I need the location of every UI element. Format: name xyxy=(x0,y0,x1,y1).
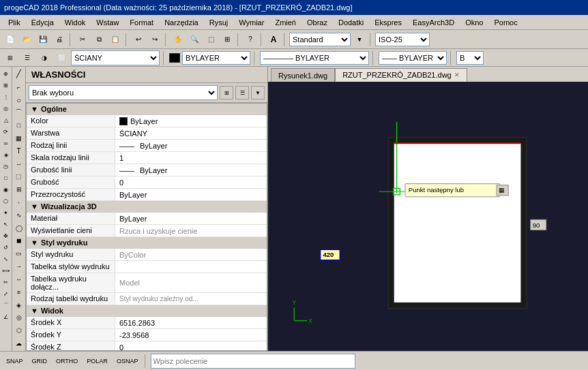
rect-tool[interactable]: □ xyxy=(13,119,25,132)
layer-icon[interactable]: ⬜ xyxy=(54,50,69,65)
arc-tool[interactable]: ⌒ xyxy=(13,106,25,119)
move-icon[interactable]: ✥ xyxy=(1,230,12,241)
text-tool[interactable]: T xyxy=(13,145,25,157)
menu-narzedzia[interactable]: Narzędzia xyxy=(159,17,204,28)
hatch-tool[interactable]: ▦ xyxy=(13,132,25,144)
redo-button[interactable]: ↪ xyxy=(147,32,162,47)
print-button[interactable]: 🖨 xyxy=(52,32,67,47)
linetype-dropdown[interactable]: ———— BYLAYER xyxy=(260,51,369,65)
grid-toggle[interactable]: GRID xyxy=(29,354,51,369)
new-button[interactable]: 📄 xyxy=(3,32,18,47)
wipeout-tool[interactable]: ▭ xyxy=(13,247,25,260)
command-input[interactable] xyxy=(151,354,355,369)
zoom-extent-button[interactable]: ⊞ xyxy=(220,32,235,47)
dim-style-dropdown[interactable]: ISO-25 xyxy=(375,33,430,46)
grid-icon[interactable]: ⋮ xyxy=(1,91,12,102)
ray-tool[interactable]: → xyxy=(13,260,25,273)
lw-icon[interactable]: ═ xyxy=(1,138,12,149)
point-tool[interactable]: · xyxy=(13,196,25,209)
dim-tool[interactable]: ↔ xyxy=(13,158,25,170)
tab-rzut[interactable]: RZUT_PRZEKRÓ_ZADB21.dwg ✕ xyxy=(335,68,467,82)
tools2-icon[interactable]: ✦ xyxy=(1,207,12,218)
xline-tool[interactable]: ↔ xyxy=(13,273,25,286)
canvas-drawing[interactable]: X Y Punkt następny lub xyxy=(268,82,588,351)
donut-tool[interactable]: ◎ xyxy=(13,311,25,324)
color-dropdown[interactable]: BYLAYER xyxy=(182,51,250,65)
open-button[interactable]: 📂 xyxy=(19,32,34,47)
insert-tool[interactable]: ⊞ xyxy=(13,183,25,196)
layer-prop-btn[interactable]: ☰ xyxy=(20,50,35,65)
section-wizualizacja[interactable]: ▼ Wizualizacja 3D xyxy=(27,201,267,213)
ortho-toggle[interactable]: ORTHO xyxy=(53,354,81,369)
mirror-icon[interactable]: ⟺ xyxy=(1,265,12,276)
menu-zmien[interactable]: Zmień xyxy=(269,17,302,28)
qp-icon[interactable]: ◈ xyxy=(1,149,12,160)
polyline-tool[interactable]: ⌐ xyxy=(13,81,25,93)
block-tool[interactable]: ⬚ xyxy=(13,171,25,183)
tab-rysunek1[interactable]: Rysunek1.dwg xyxy=(271,68,335,82)
style-btn2[interactable]: ▼ xyxy=(352,32,367,47)
spline-tool[interactable]: ∿ xyxy=(13,209,25,221)
layer-state-btn[interactable]: ◑ xyxy=(37,50,52,65)
menu-rysuj[interactable]: Rysuj xyxy=(204,17,234,28)
menu-format[interactable]: Format xyxy=(124,17,159,28)
menu-easyarch3d[interactable]: EasyArch3D xyxy=(407,17,460,28)
plotstyle-dropdown[interactable]: B xyxy=(456,51,484,65)
ellipse-tool[interactable]: ◯ xyxy=(13,222,25,234)
props-btn-2[interactable]: ☰ xyxy=(235,86,249,99)
menu-wstaw[interactable]: Wstaw xyxy=(91,17,124,28)
polygon-tool[interactable]: ⬡ xyxy=(13,324,25,337)
menu-ekspres[interactable]: Ekspres xyxy=(369,17,407,28)
text-style-dropdown[interactable]: Standard xyxy=(289,33,351,46)
object-selector-dropdown[interactable]: Brak wyboru xyxy=(29,85,218,100)
copy-button[interactable]: ⧉ xyxy=(91,32,106,47)
zoom-window-button[interactable]: ⬚ xyxy=(203,32,218,47)
region-tool[interactable]: ◼ xyxy=(13,235,25,247)
cut-button[interactable]: ✂ xyxy=(75,32,90,47)
menu-okno[interactable]: Okno xyxy=(460,17,488,28)
polar-icon[interactable]: ◎ xyxy=(1,103,12,114)
text-style-btn[interactable]: A xyxy=(266,32,281,47)
snap-toggle[interactable]: SNAP xyxy=(3,354,27,369)
snap-icon[interactable]: ⊕ xyxy=(1,68,12,79)
model-icon[interactable]: □ xyxy=(1,172,12,183)
menu-obraz[interactable]: Obraz xyxy=(302,17,333,28)
render-icon[interactable]: ◉ xyxy=(1,184,12,195)
section-styl-wydruku[interactable]: ▼ Styl wydruku xyxy=(27,237,267,249)
3d-icon[interactable]: ⬡ xyxy=(1,196,12,206)
osnap-icon[interactable]: △ xyxy=(1,114,12,125)
fillet-icon[interactable]: ⌒ xyxy=(1,300,12,311)
props-btn-3[interactable]: ▼ xyxy=(251,86,265,99)
circle-tool[interactable]: ○ xyxy=(13,94,25,106)
polar-toggle[interactable]: POLAR xyxy=(83,354,111,369)
zoom-button[interactable]: 🔍 xyxy=(187,32,202,47)
color-swatch[interactable] xyxy=(169,53,180,63)
solid-tool[interactable]: ◈ xyxy=(13,299,25,311)
mline-tool[interactable]: ≡ xyxy=(13,286,25,298)
select-icon[interactable]: ↖ xyxy=(1,219,12,230)
dyn-icon[interactable]: ⟳ xyxy=(1,126,12,137)
layer-selector[interactable]: ŚCIANY xyxy=(71,50,160,65)
chamfer-icon[interactable]: ∠ xyxy=(1,311,12,322)
menu-wymiar[interactable]: Wymiar xyxy=(233,17,269,28)
cloud-tool[interactable]: ☁ xyxy=(13,337,25,350)
menu-widok[interactable]: Widok xyxy=(59,17,91,28)
tab-rzut-close[interactable]: ✕ xyxy=(454,72,460,78)
section-ogolne[interactable]: ▼ Ogólne xyxy=(27,104,267,115)
help-button[interactable]: ? xyxy=(243,32,258,47)
undo-button[interactable]: ↩ xyxy=(131,32,146,47)
lineweight-dropdown[interactable]: —— BYLAYER xyxy=(379,51,447,65)
scale-icon[interactable]: ⤡ xyxy=(1,253,12,264)
osnap-toggle[interactable]: OSNAP xyxy=(113,354,142,369)
line-tool[interactable]: ╱ xyxy=(13,68,25,80)
menu-plik[interactable]: Plik xyxy=(3,17,26,28)
ortho-icon[interactable]: ⊞ xyxy=(1,80,12,91)
props-btn-1[interactable]: ⊞ xyxy=(220,86,233,99)
menu-pomoc[interactable]: Pomoc xyxy=(488,17,523,28)
sc-icon[interactable]: ◷ xyxy=(1,161,12,172)
menu-edycja[interactable]: Edycja xyxy=(26,17,59,28)
layer-btn[interactable]: ⊞ xyxy=(3,50,18,65)
extend-icon[interactable]: ⤢ xyxy=(1,288,12,299)
paste-button[interactable]: 📋 xyxy=(108,32,123,47)
rotate-icon[interactable]: ↺ xyxy=(1,242,12,253)
